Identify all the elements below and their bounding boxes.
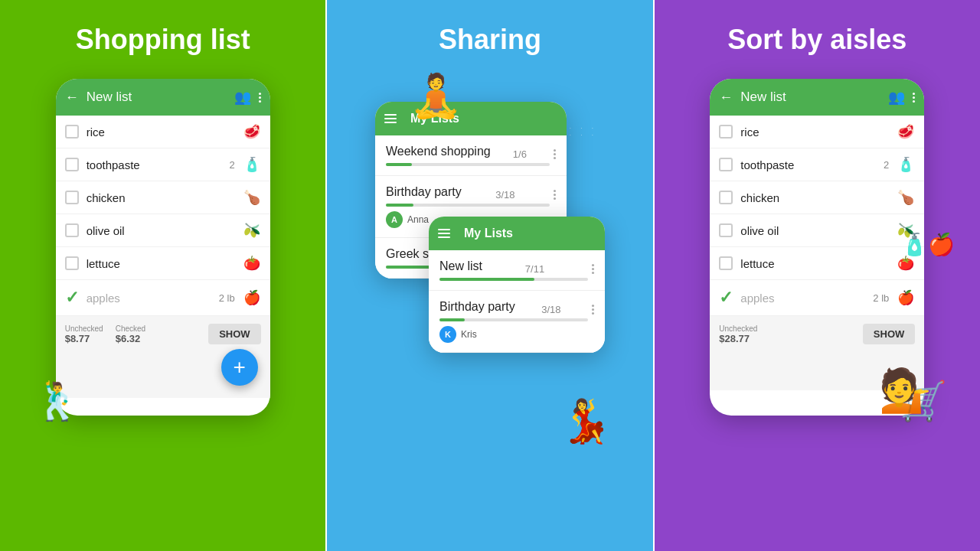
checkbox-toothpaste-3[interactable]: [719, 158, 733, 171]
item-icon-rice: 🥩: [243, 123, 261, 140]
item-name-chicken: chicken: [87, 191, 235, 204]
checkbox-rice[interactable]: [65, 125, 79, 139]
item-icon-apples-3: 🍎: [897, 289, 915, 306]
list-item-checked-3: ✓ apples 2 lb 🍎: [710, 280, 924, 316]
dots-decoration: · · ·· · ·: [570, 125, 597, 139]
item-icon-toothpaste: 🧴: [243, 156, 261, 173]
checkbox-chicken-3[interactable]: [719, 191, 733, 204]
list-card-newlist[interactable]: New list 7/11: [429, 250, 605, 291]
list-body-3: rice 🥩 toothpaste 2 🧴 chicken 🍗 olive oi: [710, 116, 924, 316]
panel3-title: Sort by aisles: [727, 23, 906, 56]
unchecked-info: Unchecked $8.77: [65, 324, 103, 344]
checked-label: Checked: [116, 324, 145, 333]
show-button-1[interactable]: SHOW: [208, 324, 260, 344]
avatar-anna: A: [386, 211, 403, 228]
card-menu-newlist[interactable]: [592, 264, 594, 274]
item-icon-chicken-3: 🍗: [897, 189, 915, 206]
progress-bar-bg-birthday-front: [439, 318, 588, 321]
progress-bar-fill-newlist: [439, 278, 534, 281]
avatar-row-front: K Kris: [439, 326, 594, 343]
checkbox-lettuce[interactable]: [65, 256, 79, 270]
panel3-phone-wrapper: ← New list 👥 rice 🥩 toothpaste 2: [710, 79, 924, 416]
progress-bar-fill-weekend: [386, 163, 412, 166]
menu-dots-3[interactable]: [913, 93, 915, 103]
list-body-1: rice 🥩 toothpaste 2 🧴 chicken 🍗 olive oi: [56, 116, 270, 316]
checkbox-lettuce-3[interactable]: [719, 256, 733, 270]
avatar-name-kris: Kris: [461, 329, 477, 340]
list-count-newlist: 7/11: [525, 263, 544, 275]
item-icon-lettuce-3: 🍅: [897, 255, 915, 272]
list-card-title-weekend: Weekend shopping: [386, 145, 491, 158]
hamburger-icon-front[interactable]: [438, 229, 450, 238]
lists-header-back: My Lists: [375, 102, 567, 135]
show-button-3[interactable]: SHOW: [863, 324, 915, 344]
back-icon-3[interactable]: ←: [719, 90, 733, 106]
list-item-3: toothpaste 2 🧴: [710, 148, 924, 181]
sharing-container: 🧘 My Lists Weekend shopping 1/6: [368, 64, 612, 461]
item-name-chicken-3: chicken: [740, 191, 889, 204]
checkmark-apples: ✓: [65, 288, 79, 308]
list-card-title-birthday-front: Birthday party: [439, 300, 515, 314]
share-icon-3[interactable]: 👥: [888, 89, 905, 106]
bottom-bar-1: Unchecked $8.77 Checked $6.32 SHOW: [56, 316, 270, 352]
checkbox-chicken[interactable]: [65, 191, 79, 204]
app-title-1: New list: [87, 90, 227, 105]
item-icon-olive-oil: 🫒: [243, 222, 261, 239]
list-count-birthday-back: 3/18: [495, 189, 514, 201]
menu-dots-1[interactable]: [259, 93, 261, 103]
checkbox-toothpaste[interactable]: [65, 158, 79, 171]
item-qty-toothpaste-3: 2: [884, 159, 889, 171]
item-qty-apples: 2 lb: [219, 292, 235, 304]
card-menu-birthday-back[interactable]: [554, 190, 556, 200]
item-name-rice: rice: [87, 126, 235, 139]
lists-header-front: My Lists: [429, 217, 605, 250]
item-name-olive-oil: olive oil: [87, 224, 235, 237]
panel1-title: Shopping list: [76, 23, 250, 56]
list-item-3: rice 🥩: [710, 116, 924, 148]
list-card-birthday-front[interactable]: Birthday party 3/18 K Kris: [429, 291, 605, 353]
avatar-name-anna: Anna: [407, 214, 429, 225]
list-item: olive oil 🫒: [56, 214, 270, 247]
front-phone: My Lists New list 7/11 Birthday party: [429, 217, 605, 353]
phone-mockup-1: ← New list 👥 rice 🥩 toothpaste 2: [56, 79, 270, 416]
panel1-phone-wrapper: ← New list 👥 rice 🥩 toothpaste 2: [56, 79, 270, 416]
card-menu-weekend[interactable]: [554, 149, 556, 159]
checkbox-olive-oil[interactable]: [65, 223, 79, 237]
app-title-3: New list: [740, 90, 880, 105]
progress-bar-bg-weekend: [386, 163, 550, 166]
share-icon-1[interactable]: 👥: [234, 89, 251, 106]
app-header-1: ← New list 👥: [56, 79, 270, 116]
fab-button-1[interactable]: +: [221, 349, 258, 386]
checkbox-olive-oil-3[interactable]: [719, 223, 733, 237]
checked-info: Checked $6.32: [116, 324, 145, 344]
app-header-3: ← New list 👥: [710, 79, 924, 116]
figure-standing: 💃: [560, 396, 612, 446]
list-item: chicken 🍗: [56, 181, 270, 214]
unchecked-price: $8.77: [65, 333, 103, 344]
list-item: toothpaste 2 🧴: [56, 148, 270, 181]
figure-dancer-left: 🕺: [33, 380, 79, 423]
item-icon-toothpaste-3: 🧴: [897, 156, 915, 173]
progress-bar-fill-birthday-front: [439, 318, 465, 321]
item-icon-apples: 🍎: [243, 289, 261, 306]
floating-icons: 🧴🍎: [901, 232, 955, 257]
list-card-weekend[interactable]: Weekend shopping 1/6: [375, 135, 567, 176]
checked-price: $6.32: [116, 333, 145, 344]
avatar-kris: K: [439, 326, 456, 343]
unchecked-info-3: Unchecked $28.77: [719, 324, 757, 344]
unchecked-price-3: $28.77: [719, 333, 757, 344]
progress-bar-bg-newlist: [439, 278, 588, 281]
back-icon-1[interactable]: ←: [65, 90, 79, 106]
unchecked-label: Unchecked: [65, 324, 103, 333]
checkbox-rice-3[interactable]: [719, 125, 733, 139]
figure-woman-3: 💁: [879, 366, 932, 416]
panel-sort-aisles: Sort by aisles ← New list 👥 rice 🥩: [655, 0, 980, 551]
item-name-toothpaste: toothpaste: [87, 158, 222, 171]
card-menu-birthday-front[interactable]: [592, 305, 594, 315]
hamburger-icon-back[interactable]: [384, 114, 397, 123]
unchecked-label-3: Unchecked: [719, 324, 757, 333]
checkmark-apples-3: ✓: [719, 288, 733, 308]
progress-bar-fill-birthday-back: [386, 204, 413, 207]
item-name-apples-3: apples: [740, 292, 865, 305]
lists-title-front: My Lists: [458, 227, 596, 240]
